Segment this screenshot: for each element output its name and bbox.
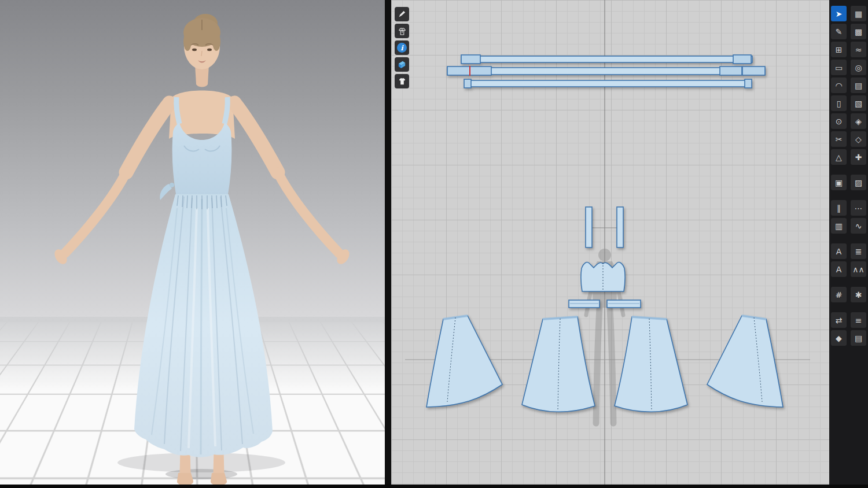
spec-list-tool[interactable]: ≣ (851, 243, 866, 259)
iron-tool[interactable]: ≈ (851, 42, 866, 57)
dress-strap-left[interactable] (176, 97, 179, 124)
toolbar-separator (831, 279, 866, 284)
stitch-dash-tool[interactable]: ⋯ (851, 200, 866, 216)
pen-icon (398, 10, 406, 19)
dress-skirt[interactable] (134, 194, 273, 457)
zigzag-tool[interactable]: ∧∧ (851, 261, 866, 277)
layers-icon: ▤ (855, 334, 862, 342)
info-icon: i (397, 43, 407, 53)
bottom-edge-bar (0, 485, 868, 488)
figure-icon: ✱ (855, 291, 862, 299)
toolbar-separator (831, 236, 866, 241)
reset-garment-button[interactable] (395, 24, 409, 38)
notes-icon: ▤ (855, 82, 862, 90)
uv-map-tool[interactable]: ▣ (831, 175, 847, 190)
text-style-tool[interactable]: A (831, 261, 847, 277)
select-garment-icon: ◆ (836, 334, 842, 342)
strap-strip-2-end-right-a[interactable] (720, 66, 742, 75)
app-window: i (0, 0, 868, 488)
select-garment-tool[interactable]: ◆ (831, 330, 847, 346)
pen-tool[interactable]: ✎ (831, 24, 847, 39)
pen-icon: ✎ (836, 28, 843, 36)
waistband-left[interactable] (569, 300, 599, 308)
pin-icon: ✚ (855, 153, 862, 161)
measure-tool[interactable]: ▥ (831, 218, 847, 234)
skirt-gore-2[interactable] (522, 317, 595, 412)
stack-tool[interactable]: ≡ (851, 312, 866, 328)
eye-right (207, 49, 212, 51)
uv-map-icon: ▣ (835, 179, 843, 187)
trace-icon: △ (836, 153, 842, 161)
texture-tool[interactable]: ▨ (851, 175, 866, 190)
layers-tool[interactable]: ▤ (851, 330, 866, 346)
add-point-icon: ⊙ (836, 117, 843, 125)
grading-tool[interactable]: # (831, 287, 847, 302)
skirt-gore-3[interactable] (615, 317, 687, 412)
panel-mini-toolbar: i (395, 7, 409, 88)
foot-right (211, 473, 227, 486)
dress-strap-right[interactable] (225, 97, 227, 124)
select-icon: ➤ (836, 10, 843, 18)
eye-left (192, 49, 197, 51)
viewport-3d[interactable] (0, 0, 385, 488)
skirt-gore-4[interactable] (707, 316, 783, 407)
garment-tool[interactable]: ◈ (851, 113, 866, 129)
strap-strip-2-end-right-b[interactable] (742, 66, 765, 75)
strap-strip-1-end-left[interactable] (461, 55, 480, 64)
curve-tool[interactable]: ◠ (831, 77, 847, 93)
add-point-tool[interactable]: ⊙ (831, 113, 847, 129)
text-tool[interactable]: A (831, 243, 847, 259)
wave-tool[interactable]: ∿ (851, 218, 866, 234)
fit-garment-tool[interactable]: ◇ (851, 131, 866, 147)
stitch-dash-icon: ⋯ (855, 204, 863, 212)
foot-left (177, 473, 193, 486)
curve-icon: ◠ (835, 82, 842, 90)
strap-strip-1[interactable] (461, 56, 752, 62)
dart-icon: ▯ (837, 99, 841, 108)
skirt-gore-1[interactable] (426, 316, 502, 407)
notes-tool[interactable]: ▤ (851, 77, 866, 93)
show-garment-button[interactable] (395, 74, 409, 88)
strap-strip-2[interactable] (447, 68, 765, 75)
sync-tool[interactable]: ⇄ (831, 312, 847, 328)
edit-pattern-tool[interactable]: ⊞ (831, 42, 847, 57)
trace-tool[interactable]: △ (831, 149, 847, 165)
pin-tool[interactable]: ✚ (851, 149, 866, 165)
iron-icon: ≈ (855, 46, 862, 54)
sync-icon: ⇄ (836, 316, 843, 324)
sewing-machine-tool[interactable]: ▦ (851, 6, 866, 21)
rectangle-pattern-tool[interactable]: ▭ (831, 60, 847, 75)
strap-strip-3[interactable] (466, 80, 749, 87)
shirt-up-arrow-icon (398, 27, 407, 36)
bodice-pattern-piece[interactable] (581, 263, 625, 291)
viewport-divider[interactable] (385, 0, 391, 488)
texture-icon: ▨ (855, 179, 862, 187)
dart-tool[interactable]: ▯ (831, 95, 847, 111)
edit-pattern-icon: ⊞ (836, 46, 843, 54)
zoom-icon: ◎ (855, 64, 862, 72)
rectangle-icon: ▭ (835, 64, 843, 72)
internal-line-icon: ∥ (837, 204, 841, 212)
measure-icon: ▥ (835, 222, 843, 230)
waistband-right[interactable] (607, 300, 641, 308)
strap-strip-3-end-left[interactable] (464, 79, 471, 88)
strap-strip-3-end-right[interactable] (745, 79, 752, 88)
feet-shadow (165, 469, 237, 479)
shoulder-strap-right[interactable] (617, 207, 623, 247)
strap-strip-1-end-right[interactable] (733, 55, 751, 64)
internal-line-tool[interactable]: ∥ (831, 200, 847, 216)
select-tool[interactable]: ➤ (831, 6, 847, 21)
auto-sew-tool[interactable]: ▩ (851, 24, 866, 39)
figure-tool[interactable]: ✱ (851, 287, 866, 302)
stylus-tool-button[interactable] (395, 7, 409, 21)
fabric-swatch-button[interactable] (395, 57, 409, 72)
garment-icon: ◈ (855, 117, 862, 125)
shoulder-strap-left[interactable] (586, 207, 592, 247)
press-tool[interactable]: ▧ (851, 95, 866, 111)
zoom-tool[interactable]: ◎ (851, 60, 866, 75)
avatar-3d[interactable] (0, 0, 385, 488)
scissors-tool[interactable]: ✂ (831, 131, 847, 147)
info-button[interactable]: i (395, 40, 409, 55)
pattern-panel-2d[interactable]: i (391, 0, 829, 488)
press-icon: ▧ (855, 99, 862, 108)
